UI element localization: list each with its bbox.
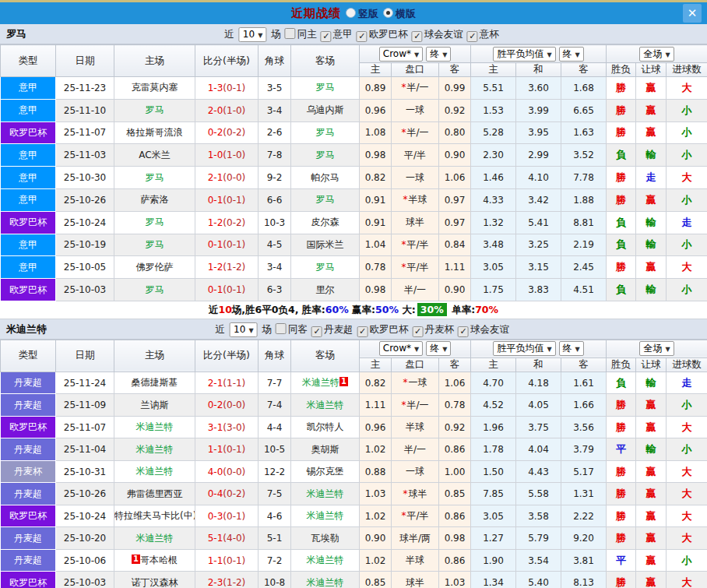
league-badge: 欧罗巴杯 bbox=[1, 121, 56, 144]
sub-header-让球: 让球 bbox=[636, 357, 667, 371]
odds-away: 0.98 bbox=[439, 527, 471, 550]
handicap-text: 半/一 bbox=[404, 444, 426, 455]
avg-stage-select[interactable]: 终▼ bbox=[559, 341, 584, 356]
header-group-row: 类型日期主场比分(半场)角球客场Crow*▼终▼胜平负均值▼终▼全场▼ bbox=[1, 340, 707, 357]
chevron-down-icon: ▼ bbox=[414, 51, 419, 58]
odds-home: 1.02 bbox=[360, 505, 392, 527]
summary-segment: 赢率: bbox=[349, 304, 375, 315]
league-badge: 意甲 bbox=[1, 188, 56, 211]
odds-home: 0.89 bbox=[360, 77, 392, 100]
checkbox-球会友谊[interactable]: ✓ bbox=[458, 326, 469, 337]
avg-stage-select[interactable]: 终▼ bbox=[559, 47, 584, 62]
odds-stage-select[interactable]: 终▼ bbox=[426, 47, 451, 62]
league-badge: 意甲 bbox=[1, 99, 56, 121]
odds-home: 0.82 bbox=[360, 371, 392, 394]
avg-draw-odds: 3.83 bbox=[516, 279, 561, 301]
odds-away: 0.78 bbox=[439, 394, 471, 417]
match-date: 25-10-24 bbox=[56, 505, 114, 527]
sub-header-主: 主 bbox=[360, 63, 392, 77]
fulltime-score: 3-1 bbox=[208, 422, 223, 433]
league-badge: 意甲 bbox=[1, 144, 56, 167]
star-icon: * bbox=[403, 194, 408, 205]
chevron-down-icon: ▼ bbox=[442, 51, 447, 58]
match-count-select[interactable]: 10▼ bbox=[239, 27, 266, 42]
col-header-客场: 客场 bbox=[291, 340, 360, 371]
away-team: 米迪兰特 bbox=[291, 572, 360, 588]
summary-segment: 大: bbox=[399, 304, 416, 315]
check-icon: ✓ bbox=[413, 32, 422, 41]
odds-stage-select[interactable]: 终▼ bbox=[426, 341, 451, 356]
avg-odds-select[interactable]: 胜平负均值▼ bbox=[493, 47, 555, 62]
odds-away: 0.92 bbox=[439, 416, 471, 438]
home-team-name: 罗马 bbox=[146, 217, 164, 227]
result-handicap: 輸 bbox=[636, 144, 667, 167]
home-team: 米迪兰特 bbox=[114, 416, 195, 438]
checkbox-丹麦超[interactable]: ✓ bbox=[311, 326, 322, 337]
scope-select[interactable]: 全场▼ bbox=[639, 47, 674, 62]
halftime-score: (1-2) bbox=[223, 577, 245, 588]
result-wdl: 勝 bbox=[607, 394, 636, 417]
match-date: 25-11-09 bbox=[56, 394, 114, 417]
odds-home: 0.78 bbox=[360, 256, 392, 279]
match-date: 25-11-23 bbox=[56, 77, 114, 100]
checkbox-欧罗巴杯[interactable]: ✓ bbox=[357, 31, 368, 42]
checkbox-欧罗巴杯[interactable]: ✓ bbox=[357, 326, 368, 337]
fulltime-score: 0-1 bbox=[208, 284, 223, 295]
league-badge: 丹麦超 bbox=[1, 438, 56, 461]
avg-home-odds: 3.05 bbox=[471, 505, 516, 527]
handicap-text: 一球 bbox=[409, 377, 427, 388]
home-team: AC米兰 bbox=[114, 144, 195, 167]
checkbox-丹麦杯[interactable]: ✓ bbox=[413, 326, 424, 337]
result-goals: 大 bbox=[667, 505, 707, 527]
fulltime-score: 2-1 bbox=[208, 378, 223, 389]
layout-radio-horizontal[interactable]: 横版 bbox=[383, 5, 416, 20]
scope-select[interactable]: 全场▼ bbox=[639, 341, 674, 356]
score: 1-2(0-2) bbox=[195, 211, 259, 234]
avg-draw-odds: 3.99 bbox=[516, 99, 561, 121]
fulltime-score: 1-3 bbox=[208, 83, 223, 93]
match-row: 欧罗巴杯25-10-24罗马1-2(0-2)10-3皮尔森0.91球半0.971… bbox=[1, 211, 707, 234]
avg-away-odds: 7.78 bbox=[561, 167, 607, 189]
layout-radio-group: 竖版横版 bbox=[341, 5, 416, 20]
halftime-score: (1-0) bbox=[223, 150, 245, 160]
near-label: 近 bbox=[224, 28, 237, 40]
checkbox-球会友谊[interactable]: ✓ bbox=[412, 31, 423, 42]
bookmaker-select[interactable]: Crow*▼ bbox=[379, 47, 423, 62]
checkbox-意杯[interactable]: ✓ bbox=[467, 31, 478, 42]
match-date: 25-11-03 bbox=[56, 144, 114, 167]
fulltime-score: 0-2 bbox=[208, 127, 223, 138]
close-icon[interactable]: ✕ bbox=[683, 4, 702, 23]
avg-draw-odds: 3.75 bbox=[516, 416, 561, 438]
match-count-select[interactable]: 10▼ bbox=[230, 322, 257, 337]
match-row: 意甲25-10-05佛罗伦萨1-2(1-2)3-4罗马0.78*平/半1.113… bbox=[1, 256, 707, 279]
avg-home-odds: 7.85 bbox=[471, 483, 516, 505]
bookmaker-select[interactable]: Crow*▼ bbox=[379, 341, 423, 356]
home-team: 米迪兰特 bbox=[114, 527, 195, 550]
corner-count: 3-4 bbox=[259, 99, 291, 121]
checkbox-意甲[interactable]: ✓ bbox=[321, 31, 332, 42]
league-badge: 意甲 bbox=[1, 77, 56, 100]
halftime-score: (1-2) bbox=[223, 262, 245, 273]
avg-away-odds: 3.52 bbox=[561, 144, 607, 167]
checkbox-label-丹麦超: 丹麦超 bbox=[324, 323, 354, 335]
avg-odds-select[interactable]: 胜平负均值▼ bbox=[493, 341, 555, 356]
avg-stage-select-value: 终 bbox=[563, 48, 572, 59]
chevron-down-icon: ▼ bbox=[665, 51, 670, 58]
handicap-line: *一球 bbox=[392, 371, 439, 394]
home-team-name: 罗马 bbox=[146, 104, 164, 115]
odds-away: 0.86 bbox=[439, 549, 471, 572]
halftime-score: (0-0) bbox=[223, 467, 245, 477]
match-date: 25-10-20 bbox=[56, 527, 114, 550]
checkbox-同客[interactable] bbox=[276, 323, 287, 334]
league-badge: 丹麦超 bbox=[1, 527, 56, 550]
corner-count: 7-7 bbox=[259, 371, 291, 394]
filter-bar: 近 10▼ 场同主✓意甲✓欧罗巴杯✓球会友谊✓意杯 bbox=[224, 24, 498, 44]
score: 1-2(1-2) bbox=[195, 256, 259, 279]
odds-away: 1.06 bbox=[439, 167, 471, 189]
checkbox-同主[interactable] bbox=[285, 28, 296, 39]
result-wdl: 負 bbox=[607, 144, 636, 167]
corner-count: 7-5 bbox=[259, 483, 291, 505]
layout-radio-vertical[interactable]: 竖版 bbox=[346, 5, 378, 20]
result-wdl: 勝 bbox=[607, 167, 636, 189]
match-row: 意甲25-11-03AC米兰1-0(1-0)7-8罗马0.98平/半0.902.… bbox=[1, 144, 707, 167]
